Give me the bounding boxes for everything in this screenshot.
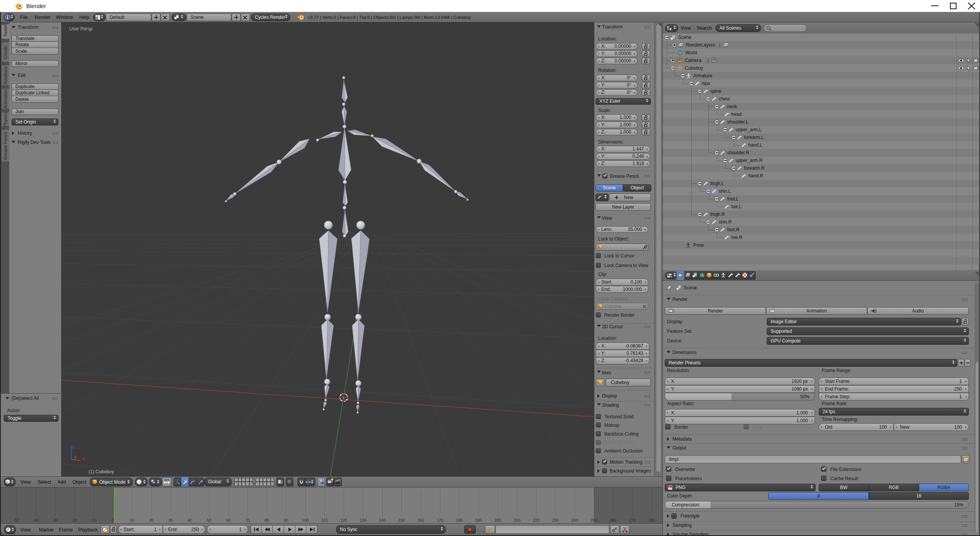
svg-text:y: y <box>74 454 77 459</box>
svg-text:z: z <box>72 445 75 449</box>
svg-text:x: x <box>82 456 85 461</box>
